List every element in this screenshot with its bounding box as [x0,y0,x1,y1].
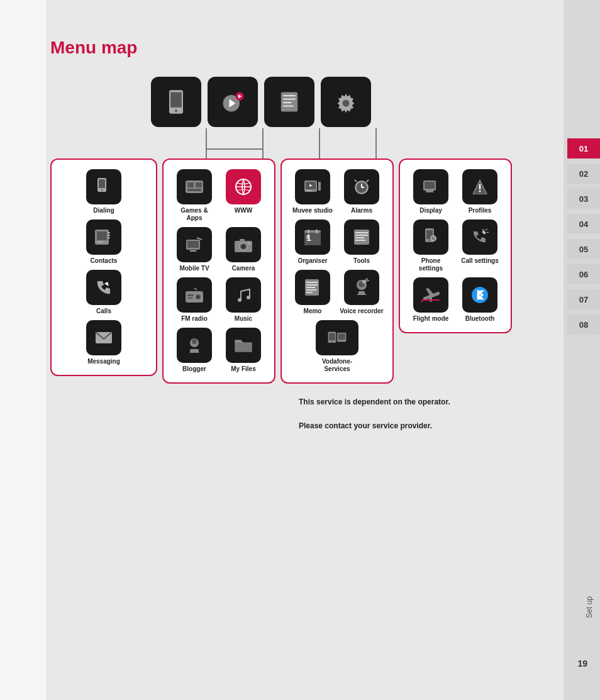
messaging-icon [94,328,114,348]
right-sidebar: 01 02 03 04 05 06 07 08 Set up 19 [564,0,600,700]
camera-icon [233,235,253,255]
music-label: Music [235,315,252,323]
group-multimedia: Games & Apps WWW [162,158,275,384]
svg-rect-80 [306,282,318,283]
tools-icon-box [344,219,379,255]
sidebar-num-06[interactable]: 06 [567,264,600,284]
memo-icon-box [295,270,330,305]
svg-rect-84 [306,292,313,293]
fm-radio-label: FM radio [181,315,208,323]
menu-item-games-apps: Games & Apps [172,169,216,222]
menu-item-display: Display [409,169,453,214]
menu-item-profiles: Profiles [458,169,502,214]
alarms-label: Alarms [351,207,372,214]
bluetooth-icon-box [462,277,497,313]
display-label: Display [419,207,442,214]
svg-rect-45 [240,239,245,242]
svg-point-56 [192,339,197,344]
vodafone-icon [327,328,347,348]
voice-recorder-label: Voice recorder [340,308,383,315]
svg-point-24 [101,189,103,191]
dialing-label: Dialing [93,207,114,214]
call-settings-icon [470,227,490,247]
bluetooth-icon [470,285,490,305]
svg-point-88 [362,280,366,284]
sidebar-num-02[interactable]: 02 [567,164,600,184]
sidebar-num-01[interactable]: 01 [567,138,600,158]
vodafone-icon-box [316,320,358,355]
svg-point-104 [429,240,431,242]
svg-rect-87 [358,291,365,295]
page-title: Menu map [50,38,559,58]
sidebar-numbers: 01 02 03 04 05 06 07 08 [564,137,600,337]
vodafone-label: Vodafone-Services [312,358,362,373]
connector-area [151,127,559,158]
svg-rect-71 [316,230,318,233]
profiles-icon [470,177,490,197]
multimedia-top-icon [219,88,247,116]
camera-label: Camera [232,265,255,272]
muvee-label: Muvee studio [292,207,333,214]
svg-rect-28 [108,232,110,233]
svg-rect-30 [108,237,110,238]
svg-rect-97 [426,191,433,192]
display-icon-box [413,169,448,204]
music-icon [233,285,253,305]
menu-item-memo: Memo [291,270,335,315]
menu-map: Dialing [50,77,559,431]
menu-item-phone-settings: Phone settings [409,219,453,272]
tools-top-icon [275,88,303,116]
memo-icon [303,277,323,297]
blogger-icon-box [177,328,212,363]
alarms-icon-box [344,169,379,204]
menu-item-fm-radio: FM radio [172,277,216,323]
mobile-tv-icon [184,235,204,255]
www-label: WWW [235,207,252,214]
svg-point-21 [343,100,350,107]
svg-rect-40 [190,250,196,252]
service-note-line1: This service is dependent on the operato… [299,396,559,408]
svg-rect-39 [187,241,199,248]
top-icon-tools [264,77,314,127]
svg-rect-81 [306,284,318,286]
sidebar-num-08[interactable]: 08 [567,314,600,335]
contacts-label: Contacts [91,257,118,265]
menu-item-my-files: My Files [221,328,265,373]
sidebar-num-07[interactable]: 07 [567,289,600,309]
my-files-icon-box [226,328,261,363]
svg-rect-95 [425,182,435,189]
svg-line-54 [241,289,250,291]
menu-item-flight-mode: Flight mode [409,277,453,323]
service-note-container: This service is dependent on the operato… [299,396,559,431]
phone-settings-icon [421,227,441,247]
menu-item-mobile-tv: Mobile TV [172,227,216,272]
sidebar-num-04[interactable]: 04 [567,214,600,234]
voice-recorder-icon-box [344,270,379,305]
top-icon-phone [151,77,201,127]
svg-rect-50 [187,294,194,296]
svg-rect-23 [99,179,105,188]
profiles-label: Profiles [469,207,492,214]
svg-rect-78 [355,240,365,241]
svg-point-46 [248,242,250,245]
svg-text:1: 1 [306,233,311,243]
contacts-icon [94,227,114,247]
sidebar-num-03[interactable]: 03 [567,189,600,209]
organiser-label: Organiser [297,257,327,265]
flight-mode-icon [421,285,441,305]
group-multimedia-items: Games & Apps WWW [170,169,268,373]
svg-rect-10 [170,92,182,108]
top-icons-row [151,77,559,127]
flight-mode-label: Flight mode [413,315,449,323]
menu-groups-row: Dialing [50,158,559,384]
svg-point-11 [175,109,177,112]
call-settings-icon-box [462,219,497,255]
svg-line-107 [486,229,487,230]
svg-point-49 [197,296,199,298]
svg-rect-27 [97,242,103,243]
menu-item-alarms: Alarms [340,169,384,214]
svg-rect-63 [318,182,321,191]
svg-point-105 [430,235,436,242]
calls-icon-box [86,270,121,305]
sidebar-num-05[interactable]: 05 [567,239,600,259]
